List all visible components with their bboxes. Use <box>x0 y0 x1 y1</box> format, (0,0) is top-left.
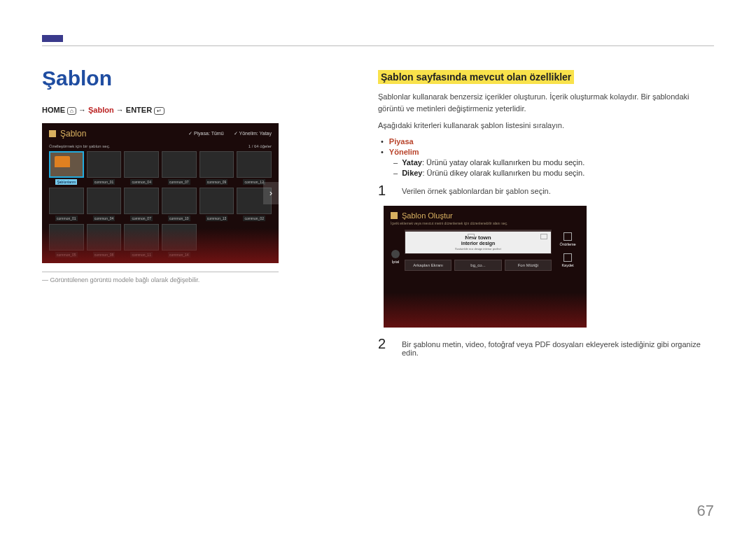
caption-line-3: Sustainble eco design interior profect <box>408 247 548 251</box>
template-item[interactable]: common_05 <box>49 224 84 258</box>
bc-arrow-2: → <box>116 106 124 114</box>
caption-line-1: New town <box>408 234 548 241</box>
template-icon <box>391 212 398 219</box>
preview-button[interactable]: Önizleme <box>556 232 580 246</box>
template-create-screenshot: Şablon Oluştur İçerik eklemek veya mevcu… <box>384 206 587 328</box>
save-button[interactable]: Kaydet <box>556 253 580 267</box>
template-item[interactable]: common_04 <box>87 188 122 221</box>
template-item-selected[interactable]: Şablonlarım <box>49 151 84 185</box>
criteria-yatay: Yatay: Ürünü yatay olarak kullanırken bu… <box>393 158 714 167</box>
template-list-screenshot: Şablon Piyasa: Tümü Yönelim: Yatay Özell… <box>42 123 279 263</box>
tab-background[interactable]: Arkaplan Ekranı <box>405 260 451 271</box>
enter-icon: ↵ <box>154 107 164 115</box>
template-item[interactable]: common_12 <box>237 151 272 185</box>
filter-orientation[interactable]: Yönelim: Yatay <box>234 131 272 136</box>
template-item[interactable]: common_01 <box>49 188 84 221</box>
page-title: Şablon <box>42 66 336 90</box>
template-icon <box>49 130 56 137</box>
criteria-piyasa: Piyasa <box>389 137 414 146</box>
breadcrumb: HOME ⌂ → Şablon → ENTER ↵ <box>42 106 336 115</box>
content-pane-left[interactable] <box>405 230 478 232</box>
paragraph: Şablonlar kullanarak benzersiz içerikler… <box>378 91 714 114</box>
right-column: Şablon sayfasında mevcut olan özellikler… <box>378 70 714 364</box>
page-number: 67 <box>697 502 714 520</box>
filter-market[interactable]: Piyasa: Tümü <box>188 131 224 136</box>
step-2: 2 Bir şablonu metin, video, fotoğraf vey… <box>378 336 714 357</box>
ss1-header: Şablon Piyasa: Tümü Yönelim: Yatay <box>42 123 279 144</box>
tab-bg-file[interactable]: bg_co... <box>454 260 501 271</box>
template-item[interactable]: common_14 <box>162 224 197 258</box>
preview-icon <box>564 232 572 241</box>
template-item[interactable]: common_13 <box>200 188 234 221</box>
home-icon: ⌂ <box>67 107 76 115</box>
template-item[interactable]: common_07 <box>162 151 197 185</box>
template-item[interactable]: common_01 <box>87 151 122 185</box>
ss1-count: 1 / 64 öğeler <box>248 144 272 148</box>
step-text: Verilen örnek şablonlardan bir şablon se… <box>402 183 551 195</box>
image-icon <box>468 234 475 239</box>
bc-mid: Şablon <box>88 106 114 114</box>
ss1-subheader: Özelleştirmek için bir şablon seç. 1 / 6… <box>42 144 279 148</box>
header-accent-bar <box>42 35 63 42</box>
template-caption: Şablonlarım <box>55 179 77 185</box>
editor-area: New town interior design Sustainble eco … <box>405 230 552 271</box>
template-item[interactable]: common_09 <box>200 151 234 185</box>
ss2-title-row: Şablon Oluştur <box>384 206 587 220</box>
ss1-hint: Özelleştirmek için bir şablon seç. <box>49 144 110 148</box>
screenshot-caption: ― Görüntülenen görüntü modele bağlı olar… <box>42 276 336 283</box>
criteria-list: Piyasa Yönelim Yatay: Ürünü yatay olarak… <box>381 137 714 177</box>
next-page-button[interactable]: › <box>263 182 279 204</box>
step-number: 2 <box>378 336 391 352</box>
template-caption-area[interactable]: New town interior design Sustainble eco … <box>405 232 551 253</box>
ss2-title: Şablon Oluştur <box>402 211 453 220</box>
cancel-icon <box>391 250 400 258</box>
bc-end: ENTER <box>126 106 152 114</box>
save-icon <box>564 253 572 262</box>
template-grid: Şablonlarım common_01 common_04 common_0… <box>42 151 279 258</box>
step-1: 1 Verilen örnek şablonlardan bir şablon … <box>378 183 714 199</box>
criteria-yonelim: Yönelim <box>389 148 419 156</box>
criteria-dikey: Dikey: Ürünü dikey olarak kullanırken bu… <box>393 169 714 177</box>
caption-line-2: interior design <box>408 241 548 246</box>
paragraph: Aşağıdaki kriterleri kullanarak şablon l… <box>378 120 714 132</box>
template-thumb <box>49 151 84 178</box>
image-icon <box>540 234 547 239</box>
template-item[interactable]: common_08 <box>87 224 122 258</box>
cancel-button[interactable]: İptal <box>391 230 400 271</box>
left-column: Şablon HOME ⌂ → Şablon → ENTER ↵ Şablon … <box>42 66 336 283</box>
template-item[interactable]: common_07 <box>124 188 159 221</box>
ss1-title: Şablon <box>60 129 86 139</box>
section-heading: Şablon sayfasında mevcut olan özellikler <box>378 70 574 84</box>
step-number: 1 <box>378 183 391 199</box>
caption-divider <box>42 272 279 272</box>
gradient-overlay <box>384 293 587 328</box>
template-item[interactable]: common_04 <box>124 151 159 185</box>
bc-arrow-1: → <box>78 106 86 114</box>
bc-home: HOME <box>42 106 65 114</box>
tab-music[interactable]: Fon Müziği <box>505 260 552 271</box>
template-item[interactable]: common_11 <box>124 224 159 258</box>
ss2-subtitle: İçerik eklemek veya mevcut metni düzenle… <box>384 220 587 230</box>
header-divider <box>42 45 714 46</box>
template-item[interactable]: common_10 <box>162 188 197 221</box>
step-text: Bir şablonu metin, video, fotoğraf veya … <box>402 336 714 357</box>
chevron-right-icon: › <box>270 188 272 198</box>
content-pane-right[interactable] <box>478 230 551 232</box>
